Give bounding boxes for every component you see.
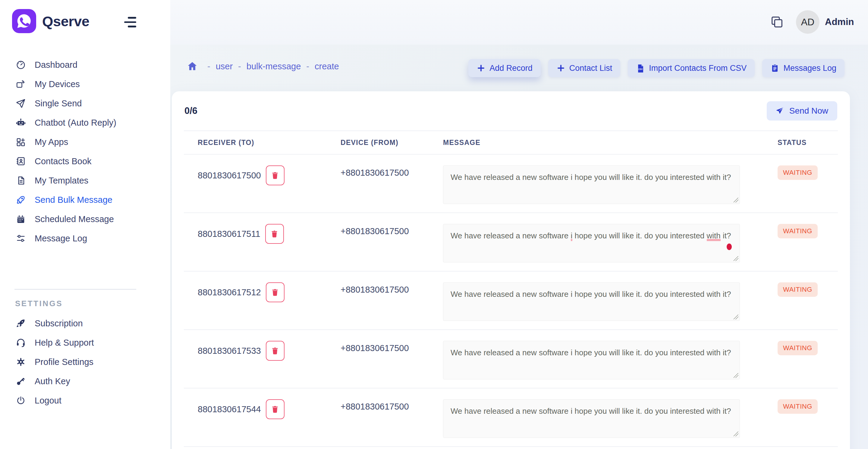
resize-handle[interactable] (734, 256, 738, 261)
svg-text:CSV: CSV (638, 68, 643, 70)
sidebar-item-contacts-book[interactable]: Contacts Book (0, 152, 170, 171)
devices-icon (15, 78, 27, 90)
sidebar-item-my-templates[interactable]: My Templates (0, 171, 170, 190)
sidebar-item-single-send[interactable]: Single Send (0, 94, 170, 113)
breadcrumb-user[interactable]: user (216, 62, 233, 71)
sidebar-item-label: Logout (35, 396, 61, 406)
home-icon[interactable] (187, 61, 198, 72)
resize-handle[interactable] (734, 315, 738, 319)
sidebar-item-label: Help & Support (35, 338, 94, 348)
table-row: 8801830617500+8801830617500We have relea… (184, 154, 838, 213)
table-row: 8801830617533+8801830617500We have relea… (184, 330, 838, 388)
brand[interactable]: Qserve (12, 9, 89, 33)
trash-icon (270, 230, 278, 238)
message-textarea[interactable]: We have released a new software i hope y… (443, 165, 740, 204)
breadcrumb-create[interactable]: create (315, 62, 339, 71)
sidebar-item-scheduled-message[interactable]: Scheduled Message (0, 210, 170, 229)
resize-handle[interactable] (734, 373, 738, 378)
sidebar-nav-main: DashboardMy DevicesSingle SendChatbot (A… (0, 55, 170, 248)
sidebar-item-label: Scheduled Message (35, 214, 114, 224)
message-textarea[interactable]: We have released a new software i hope y… (443, 399, 740, 438)
message-textarea[interactable]: We have released a new software i hope y… (443, 282, 740, 321)
sidebar-toggle-menu-icon[interactable] (124, 17, 136, 27)
csv-file-icon: CSV (636, 64, 645, 73)
delete-record-button[interactable] (266, 399, 284, 419)
sidebar-item-my-devices[interactable]: My Devices (0, 74, 170, 94)
sidebar-item-label: Profile Settings (35, 357, 93, 367)
settings-section-label: SETTINGS (15, 299, 63, 308)
sidebar-item-logout[interactable]: Logout (0, 391, 170, 410)
breadcrumb-separator: - (306, 62, 309, 71)
avatar[interactable]: AD (796, 10, 819, 34)
apps-icon (15, 136, 27, 148)
delete-record-button[interactable] (266, 341, 284, 361)
sidebar-item-message-log[interactable]: Message Log (0, 229, 170, 248)
sidebar-item-dashboard[interactable]: Dashboard (0, 55, 170, 74)
grammar-indicator-dot[interactable] (727, 244, 732, 250)
contact-list-button[interactable]: Contact List (548, 59, 621, 77)
sidebar-item-label: My Devices (35, 79, 80, 89)
power-icon (15, 395, 27, 406)
column-header-receiver: RECEIVER (TO) (184, 131, 326, 154)
sidebar-nav-settings: SubscriptionHelp & SupportProfile Settin… (0, 314, 170, 410)
breadcrumb-separator: - (207, 62, 210, 71)
receiver-number: 8801830617511 (198, 229, 260, 239)
sidebar-item-profile-settings[interactable]: Profile Settings (0, 352, 170, 372)
rocket-icon (15, 194, 27, 205)
sidebar-item-subscription[interactable]: Subscription (0, 314, 170, 333)
trash-icon (271, 405, 279, 413)
send-icon (15, 98, 27, 109)
breadcrumb: - user - bulk-message - create (187, 61, 339, 72)
resize-handle[interactable] (734, 431, 738, 436)
sidebar-item-auth-key[interactable]: Auth Key (0, 372, 170, 391)
user-name[interactable]: Admin (825, 17, 854, 27)
sidebar-item-label: Auth Key (35, 376, 70, 386)
status-badge: WAITING (778, 341, 818, 355)
delete-record-button[interactable] (266, 165, 284, 185)
device-number: +8801830617500 (341, 343, 409, 353)
messages-log-button[interactable]: Messages Log (762, 59, 844, 77)
action-button-label: Messages Log (783, 64, 836, 73)
trash-icon (271, 347, 279, 355)
breadcrumb-separator: - (238, 62, 241, 71)
device-number: +8801830617500 (341, 226, 409, 236)
sidebar-item-label: Single Send (35, 99, 82, 108)
sidebar-item-send-bulk-message[interactable]: Send Bulk Message (0, 190, 170, 210)
sidebar-item-chatbot-auto-reply[interactable]: Chatbot (Auto Reply) (0, 113, 170, 132)
page-actions: Add RecordContact ListCSVImport Contacts… (468, 59, 844, 77)
add-record-button[interactable]: Add Record (468, 59, 541, 77)
sent-counter: 0/6 (184, 105, 197, 116)
contacts-book-icon (15, 156, 27, 167)
message-textarea[interactable]: We have released a new software i hope y… (443, 341, 740, 379)
sidebar-item-help-support[interactable]: Help & Support (0, 333, 170, 352)
action-button-label: Import Contacts From CSV (649, 64, 747, 73)
copy-icon[interactable] (770, 15, 784, 29)
receiver-number: 8801830617512 (198, 287, 261, 297)
delete-record-button[interactable] (265, 224, 284, 244)
sidebar-item-label: Send Bulk Message (35, 195, 113, 205)
topbar: AD Admin (170, 0, 868, 44)
column-header-message: MESSAGE (431, 131, 760, 154)
send-now-button[interactable]: Send Now (767, 101, 837, 121)
sidebar-item-label: My Apps (35, 137, 68, 147)
breadcrumb-bulk-message[interactable]: bulk-message (247, 62, 301, 71)
spellcheck-underlined-word: with (707, 231, 721, 241)
action-button-label: Add Record (490, 64, 532, 73)
receiver-number: 8801830617544 (198, 405, 261, 414)
device-number: +8801830617500 (341, 402, 409, 411)
import-contacts-from-csv-button[interactable]: CSVImport Contacts From CSV (628, 59, 755, 77)
plus-icon (556, 64, 565, 73)
clipboard-icon (770, 64, 779, 73)
sidebar-item-label: Contacts Book (35, 156, 92, 166)
resize-handle[interactable] (734, 198, 738, 202)
message-textarea[interactable]: We have released a new software i hope y… (443, 224, 740, 262)
whatsapp-logo-icon (12, 9, 36, 33)
table-row: 8801830617511+8801830617500We have relea… (184, 213, 838, 271)
headset-icon (15, 337, 27, 348)
plus-icon (476, 64, 486, 73)
sidebar-item-my-apps[interactable]: My Apps (0, 132, 170, 152)
table-row: 8801830617544+8801830617500We have relea… (184, 388, 838, 447)
delete-record-button[interactable] (266, 282, 284, 302)
key-icon (15, 376, 27, 387)
spellcheck-underlined-word: i (571, 231, 572, 241)
